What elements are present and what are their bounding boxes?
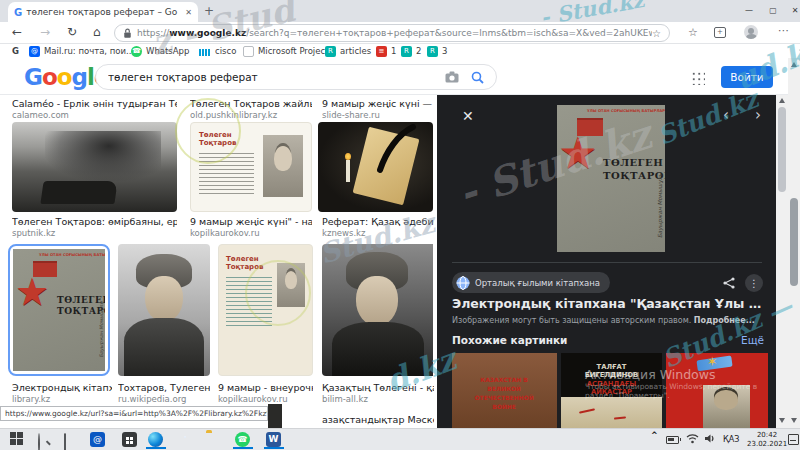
related-thumb-book-brown[interactable]: КАЗАХСТАН В ВЕЛИКОЙ ОТЕЧЕСТВЕННОЙ ВОЙНЕ <box>452 353 557 428</box>
page-scrollbar[interactable] <box>788 58 800 428</box>
result-image-quill-still-life[interactable] <box>318 122 433 212</box>
previous-image-icon[interactable]: ‹ <box>723 106 729 124</box>
browser-menu-icon[interactable]: ⋯ <box>778 24 789 37</box>
bookmark-articles-icon[interactable]: R <box>325 46 336 57</box>
related-images-heading: Похожие картинки <box>452 334 567 346</box>
start-button[interactable] <box>10 432 25 447</box>
result-image-war-scene[interactable] <box>12 122 177 212</box>
partial-result-image[interactable] <box>268 404 282 428</box>
panel-scrollbar-thumb[interactable] <box>778 107 786 192</box>
partial-result-caption[interactable]: азақстандықтар Мәскеу үшін <box>322 414 434 425</box>
search-input[interactable]: төлеген тоқтаров реферат <box>95 64 497 90</box>
result-image-document-2[interactable]: Төлеген Тоқтаров <box>218 244 313 376</box>
new-tab-button[interactable]: + <box>204 4 214 18</box>
bookmark-articles[interactable]: articles <box>340 46 371 56</box>
favorites-bar-icon[interactable]: ☆ <box>688 26 698 39</box>
panel-divider <box>452 262 762 263</box>
bookmark-red-icon[interactable]: ≡ <box>376 46 387 57</box>
bookmark-3[interactable]: 3 <box>442 46 447 56</box>
action-center-icon[interactable] <box>788 434 799 445</box>
favorite-star-icon[interactable]: ☆ <box>652 28 661 39</box>
related-more-link[interactable]: Ещё <box>741 334 764 346</box>
taskbar-store-icon[interactable] <box>122 432 137 447</box>
doc-title-text: Төлеген Тоқтаров <box>226 255 276 271</box>
thumb-sand-area <box>561 397 662 429</box>
result-caption[interactable]: 9 мамыр - внеурочная ра... <box>218 382 313 393</box>
scroll-up-icon[interactable] <box>791 62 797 67</box>
wifi-icon[interactable] <box>686 433 699 444</box>
taskbar-clock[interactable]: 20:4223.02.2021 <box>747 431 787 448</box>
result-caption[interactable]: 9 мамыр жеңіс күні — презен... <box>322 98 434 109</box>
book-cover-thumbnail: ҰЛЫ ОТАН СОҒЫСЫНЫҢ БАТЫРЛАРЫ ★ ТӨЛЕГЕНТО… <box>13 249 105 371</box>
result-caption[interactable]: Қазақтың Төлегені - қазақт... <box>322 382 434 393</box>
tray-expand-icon[interactable]: ^ <box>651 431 658 440</box>
keyboard-language[interactable]: ҚАЗ <box>723 435 739 444</box>
bookmark-cisco[interactable]: cisco <box>215 46 236 56</box>
home-icon[interactable]: ⌂ <box>93 25 101 39</box>
profile-avatar[interactable] <box>744 25 758 39</box>
taskbar-edge-icon[interactable] <box>148 432 163 447</box>
window-minimize-button[interactable]: — <box>738 0 760 22</box>
result-image-book-cover-selected[interactable]: ҰЛЫ ОТАН СОҒЫСЫНЫҢ БАТЫРЛАРЫ ★ ТӨЛЕГЕНТО… <box>8 244 110 376</box>
window-close-button[interactable]: ✕ <box>784 0 800 22</box>
screen: G төлеген тоқтаров реферат – Go ✕ + — ▢ … <box>0 0 800 450</box>
scroll-up-icon[interactable] <box>779 98 785 103</box>
bookmark-cisco-icon[interactable] <box>199 49 211 56</box>
page-scrollbar-thumb[interactable] <box>790 198 798 286</box>
task-view-icon[interactable] <box>64 434 79 449</box>
taskbar-search-icon[interactable] <box>38 434 53 449</box>
window-maximize-button[interactable]: ▢ <box>762 0 784 22</box>
tab-close-icon[interactable]: ✕ <box>185 8 192 17</box>
red-star-medal: ★ <box>15 273 49 311</box>
next-image-icon[interactable]: › <box>755 106 761 124</box>
panel-scrollbar[interactable] <box>776 95 788 428</box>
result-caption[interactable]: Calaméo - Ерлік әнін тудырған Төлеген То… <box>12 98 177 109</box>
bookmark-whatsapp[interactable]: WhatsApp <box>146 46 189 56</box>
windows-activation-watermark: Активация Windows Чтобы активировать Win… <box>585 367 757 400</box>
result-image-portrait-2[interactable] <box>322 244 433 376</box>
back-icon[interactable]: ← <box>12 25 22 39</box>
result-caption[interactable]: Төлеген Тоқтаров жайлы жаңа к... <box>190 98 312 109</box>
taskbar-whatsapp-icon[interactable]: ☎ <box>235 432 250 447</box>
preview-title[interactable]: Электрондық кітапхана "Қазақстан Ұлы Ота… <box>452 296 764 311</box>
bookmark-r2-icon[interactable]: R <box>401 46 412 57</box>
taskbar-mailru-icon[interactable]: @ <box>90 432 105 447</box>
result-caption[interactable]: Реферат: Қазақ әдебиеті | Тоқ... <box>322 216 434 227</box>
preview-book-cover[interactable]: ҰЛЫ ОТАН СОҒЫСЫНЫҢ БАТЫРЛАРЫ ★ ТӨЛЕГЕНТО… <box>557 105 665 252</box>
search-magnifier-icon[interactable] <box>471 71 484 84</box>
bookmark-mailru[interactable]: Mail.ru: почта, пои... <box>44 46 134 56</box>
book-signature: Бауыржан Момышұлы <box>657 172 663 238</box>
source-chip[interactable]: Орталық ғылыми кітапхана <box>452 272 610 293</box>
signin-button[interactable]: Войти <box>721 66 773 88</box>
google-apps-grid-icon[interactable] <box>691 71 705 85</box>
collections-icon[interactable]: + <box>714 27 726 38</box>
url-bar[interactable]: https://www.google.kz/search?q=төлеген+т… <box>114 24 670 42</box>
bookmark-page-icon[interactable] <box>243 46 254 57</box>
result-image-portrait[interactable] <box>118 244 210 376</box>
browser-tab[interactable]: G төлеген тоқтаров реферат – Go ✕ <box>8 2 198 22</box>
refresh-icon[interactable]: ↻ <box>67 25 77 39</box>
more-options-icon[interactable]: ⋮ <box>745 274 763 292</box>
quill-feather <box>368 124 418 174</box>
volume-icon[interactable] <box>704 433 716 444</box>
result-caption[interactable]: Электрондық кітапхана "... <box>12 382 112 393</box>
bookmark-r3-icon[interactable]: R <box>427 46 438 57</box>
result-caption[interactable]: Төлеген Тоқтаров: өмірбаяны, ерлігі, өле… <box>12 216 177 227</box>
doc-text-lines <box>226 277 272 329</box>
battery-icon[interactable] <box>666 436 679 444</box>
scroll-down-icon[interactable] <box>779 418 785 423</box>
bookmark-google-icon[interactable]: G <box>12 46 19 56</box>
scroll-down-icon[interactable] <box>791 418 797 423</box>
result-image-document[interactable]: Төлеген Тоқтаров <box>190 122 312 212</box>
bookmark-1[interactable]: 1 <box>391 46 396 56</box>
share-icon[interactable] <box>720 274 738 292</box>
bookmark-mailru-icon[interactable]: @ <box>29 46 40 57</box>
details-link[interactable]: Подробнее... <box>694 316 755 325</box>
bookmark-2[interactable]: 2 <box>416 46 421 56</box>
result-caption[interactable]: Тохтаров, Тулеген — В... <box>118 382 210 393</box>
taskbar-word-icon[interactable]: W <box>266 432 281 447</box>
bookmark-whatsapp-icon[interactable]: ☎ <box>131 46 142 57</box>
result-caption[interactable]: 9 мамыр жеңіс күні" - начальны... <box>190 216 312 227</box>
panel-close-icon[interactable]: ✕ <box>462 108 474 124</box>
camera-search-icon[interactable] <box>445 71 459 83</box>
